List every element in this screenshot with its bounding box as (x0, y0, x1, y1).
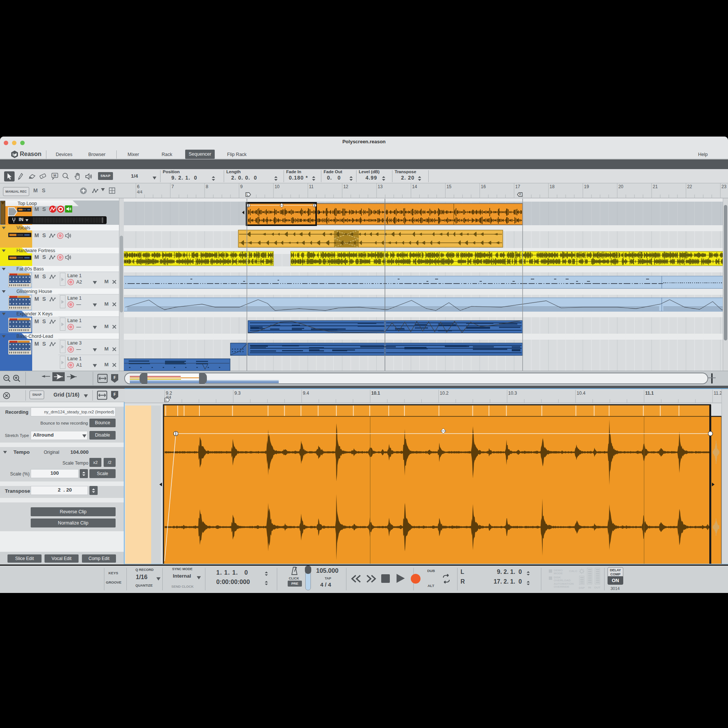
svg-text:11: 11 (309, 184, 314, 189)
svg-text:6: 6 (137, 184, 139, 189)
svg-text:16: 16 (481, 184, 486, 189)
svg-text:9: 9 (240, 184, 243, 189)
svg-text:F: F (113, 376, 116, 380)
svg-text:10.1: 10.1 (372, 390, 381, 396)
svg-text:M: M (54, 174, 57, 177)
svg-text:23: 23 (722, 184, 727, 189)
svg-text:4/4: 4/4 (137, 190, 142, 194)
svg-text:10.4: 10.4 (577, 390, 586, 396)
svg-text:17: 17 (515, 184, 520, 189)
svg-text:21: 21 (653, 184, 658, 189)
svg-text:L: L (246, 193, 248, 196)
svg-text:10.2: 10.2 (440, 390, 449, 396)
svg-text:12: 12 (343, 184, 349, 189)
svg-text:11.1: 11.1 (645, 390, 654, 396)
svg-text:10: 10 (275, 184, 280, 189)
svg-text:10.3: 10.3 (508, 390, 517, 396)
svg-text:R: R (519, 193, 522, 196)
svg-text:13: 13 (378, 184, 383, 189)
svg-text:14: 14 (412, 184, 418, 189)
svg-text:11.2: 11.2 (714, 390, 722, 396)
svg-text:9.2: 9.2 (166, 390, 172, 396)
svg-text:9.4: 9.4 (303, 390, 309, 396)
svg-text:19: 19 (584, 184, 589, 189)
svg-text:22: 22 (687, 184, 693, 189)
svg-text:F: F (113, 392, 116, 396)
svg-text:7: 7 (171, 184, 174, 189)
svg-text:15: 15 (446, 184, 451, 189)
svg-text:20: 20 (618, 184, 624, 189)
svg-text:9.3: 9.3 (234, 390, 240, 396)
svg-text:8: 8 (206, 184, 208, 189)
svg-text:L: L (165, 398, 167, 402)
svg-text:18: 18 (549, 184, 555, 189)
